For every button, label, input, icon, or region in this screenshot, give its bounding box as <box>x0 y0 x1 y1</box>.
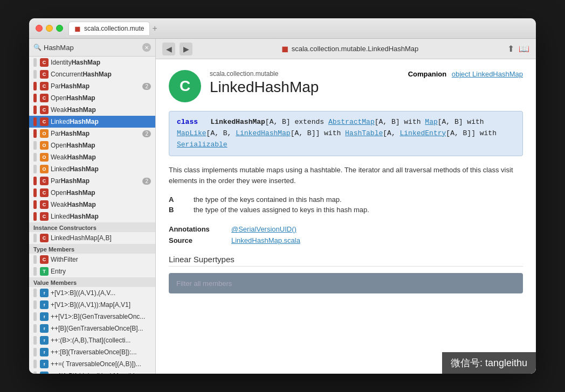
sig-link-map[interactable]: Map <box>425 118 437 126</box>
back-button[interactable]: ◀ <box>162 43 175 55</box>
sig-link-abstractmap[interactable]: AbstractMap <box>328 118 375 126</box>
item-label: WeakHashMap <box>51 106 151 114</box>
list-item[interactable]: O ParHashMap 2 <box>29 128 155 139</box>
type-bar <box>33 153 37 162</box>
source-link[interactable]: LinkedHashMap.scala <box>231 236 300 244</box>
item-label: ++:[B](TraversableOnce[B]):... <box>51 348 151 356</box>
item-label: WeakHashMap <box>51 153 151 161</box>
class-header: C scala.collection.mutable LinkedHashMap… <box>169 70 523 102</box>
sidebar-list: C IdentityHashMap C ConcurrentHashMap C … <box>29 57 155 374</box>
item-icon: f <box>40 312 49 321</box>
tab-icon: ◼ <box>74 24 81 33</box>
item-icon: C <box>40 200 49 209</box>
value-member-item[interactable]: f ++:(B>:(A,B),That](collecti... <box>29 334 155 346</box>
value-member-item[interactable]: f +={(A,B)}:LinkedHashMap.thi... <box>29 370 155 374</box>
value-member-item[interactable]: f ++[V1>:B](GenTraversableOnc... <box>29 311 155 323</box>
content-area: C scala.collection.mutable LinkedHashMap… <box>156 59 536 374</box>
item-icon: C <box>40 188 49 197</box>
class-icon: C <box>169 70 201 102</box>
value-member-item[interactable]: f ++:[B](TraversableOnce[B]):... <box>29 346 155 358</box>
value-member-item[interactable]: f +[V1>:B]((A,V1),(A,V... <box>29 287 155 299</box>
toolbar-title-text: scala.collection.mutable.LinkedHashMap <box>292 45 419 53</box>
sig-link-serializable[interactable]: Serializable <box>177 141 228 149</box>
list-item-linked-hashmap[interactable]: C LinkedHashMap <box>29 116 155 128</box>
list-item[interactable]: O WeakHashMap <box>29 151 155 163</box>
toolbar: ◀ ▶ ◼ scala.collection.mutable.LinkedHas… <box>156 39 536 59</box>
annotations-label: Annotations <box>169 225 223 233</box>
companion-link[interactable]: object LinkedHashMap <box>452 70 523 78</box>
item-icon: O <box>40 129 49 138</box>
bookmark-button[interactable]: 📖 <box>519 44 529 54</box>
new-tab-button[interactable]: + <box>152 24 157 33</box>
type-bar <box>33 348 37 356</box>
sig-link-hashtable[interactable]: HashTable <box>345 129 383 137</box>
item-badge: 2 <box>142 130 151 137</box>
list-item[interactable]: C ParHashMap 2 <box>29 175 155 187</box>
list-item[interactable]: C OpenHashMap <box>29 187 155 199</box>
search-icon: 🔍 <box>33 44 42 51</box>
item-icon: O <box>40 141 49 150</box>
annotations-row: Annotations @SerialVersionUID() <box>169 223 523 235</box>
close-button[interactable] <box>36 25 43 32</box>
list-item[interactable]: C ParHashMap 2 <box>29 80 155 92</box>
item-label: IdentityHashMap <box>51 59 151 66</box>
list-item[interactable]: C OpenHashMap <box>29 92 155 104</box>
item-icon: f <box>40 300 49 309</box>
type-bar <box>33 200 37 209</box>
sig-link-maplike[interactable]: MapLike <box>177 129 206 137</box>
type-bar <box>33 360 37 368</box>
list-item[interactable]: C IdentityHashMap <box>29 57 155 68</box>
list-item[interactable]: C WeakHashMap <box>29 104 155 116</box>
sig-link-linkedentry[interactable]: LinkedEntry <box>400 129 446 137</box>
maximize-button[interactable] <box>56 25 63 32</box>
tab-label: scala.collection.mute <box>84 25 144 32</box>
type-member-item[interactable]: C WithFilter <box>29 254 155 265</box>
search-input[interactable] <box>44 44 140 52</box>
list-item[interactable]: C ConcurrentHashMap <box>29 68 155 80</box>
item-icon: C <box>40 234 49 242</box>
item-icon: f <box>40 324 49 333</box>
constructor-item[interactable]: C LinkedHashMap[A,B] <box>29 232 155 244</box>
sig-link-linkedhashmap[interactable]: LinkedHashMap <box>236 129 290 137</box>
list-item[interactable]: C LinkedHashMap <box>29 211 155 222</box>
list-item[interactable]: O LinkedHashMap <box>29 163 155 175</box>
companion-info: Companion object LinkedHashMap <box>408 70 523 78</box>
item-label: WeakHashMap <box>51 201 151 208</box>
annotations-value[interactable]: @SerialVersionUID() <box>231 225 297 233</box>
item-label: ++[B](GenTraversableOnce[B]... <box>51 325 151 332</box>
item-icon: C <box>40 82 49 90</box>
forward-button[interactable]: ▶ <box>180 43 192 55</box>
item-label: ++[V1>:B](GenTraversableOnc... <box>51 313 151 320</box>
list-item[interactable]: O OpenHashMap <box>29 139 155 151</box>
toolbar-title: ◼ scala.collection.mutable.LinkedHashMap <box>197 44 503 54</box>
item-icon: T <box>40 267 49 276</box>
type-param-b-name: B <box>169 206 185 214</box>
type-bar <box>33 106 37 114</box>
item-badge: 2 <box>142 178 151 185</box>
item-icon: C <box>40 94 49 102</box>
type-param-b-desc: the type of the values assigned to keys … <box>194 206 369 214</box>
item-icon: C <box>40 255 49 264</box>
minimize-button[interactable] <box>46 25 53 32</box>
share-button[interactable]: ⬆ <box>507 44 514 54</box>
title-bar: ◼ scala.collection.mute + <box>29 18 536 39</box>
value-member-item[interactable]: f +[V1>:B]((A,V1)):Map[A,V1] <box>29 299 155 311</box>
annotations-link[interactable]: @SerialVersionUID() <box>231 225 297 233</box>
type-bar <box>33 312 37 321</box>
filter-members-input[interactable] <box>176 279 515 288</box>
filter-box <box>169 273 523 293</box>
value-member-item[interactable]: f ++=( TraversableOnce[(A,B)])... <box>29 358 155 370</box>
clear-search-button[interactable]: ✕ <box>142 43 151 52</box>
type-member-item-entry[interactable]: T Entry <box>29 265 155 277</box>
list-item[interactable]: C WeakHashMap <box>29 199 155 211</box>
item-label: ParHashMap <box>51 130 140 137</box>
traffic-lights <box>36 25 63 32</box>
toolbar-actions: ⬆ 📖 <box>507 44 529 54</box>
type-bar <box>33 82 37 90</box>
value-member-item[interactable]: f ++[B](GenTraversableOnce[B]... <box>29 323 155 334</box>
metadata: Annotations @SerialVersionUID() Source L… <box>169 223 523 246</box>
tab[interactable]: ◼ scala.collection.mute <box>68 22 150 35</box>
source-value[interactable]: LinkedHashMap.scala <box>231 236 300 244</box>
item-label: ConcurrentHashMap <box>51 71 151 78</box>
type-bar <box>33 141 37 150</box>
